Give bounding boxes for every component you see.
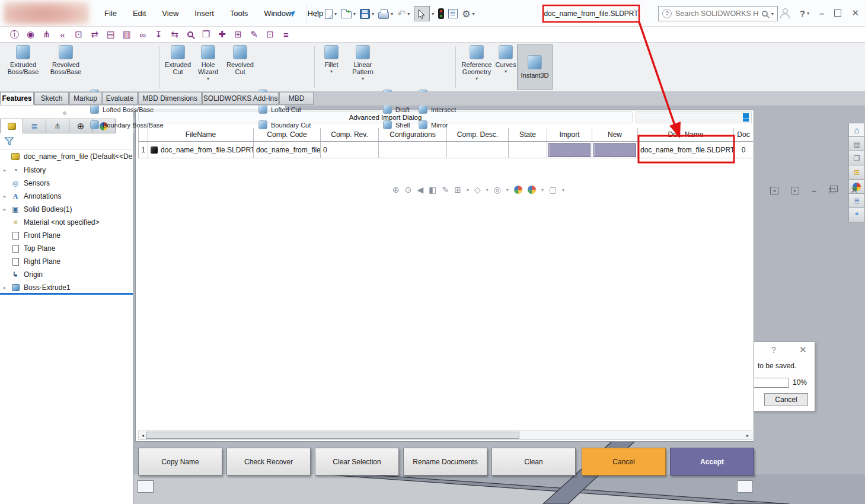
expand-arrow-icon[interactable]: ▸ xyxy=(0,206,9,212)
col-configurations[interactable]: Configurations xyxy=(379,128,447,141)
rename-documents-button[interactable]: Rename Documents xyxy=(403,448,487,476)
tree-item-front-plane[interactable]: Front Plane xyxy=(0,229,133,242)
caret-down-icon[interactable]: ▾ xyxy=(467,187,469,193)
boundary-cut-button[interactable]: Boundary Cut xyxy=(258,120,311,129)
tab-configurationmanager[interactable]: ⋔ xyxy=(46,119,69,133)
comp-rev-cell[interactable]: 0 xyxy=(321,142,379,158)
caret-down-icon[interactable]: ▾ xyxy=(473,11,475,17)
tree-item-top-plane[interactable]: Top Plane xyxy=(0,242,133,255)
extruded-cut-button[interactable]: Extruded Cut xyxy=(162,45,193,75)
previous-view-icon[interactable]: ◀ xyxy=(417,185,423,194)
comp-desc-cell[interactable] xyxy=(447,142,509,158)
notify-icon[interactable]: ◉ xyxy=(25,29,36,40)
file-properties-button[interactable] xyxy=(448,9,458,18)
tree-item-history[interactable]: ▸ ◔ History xyxy=(0,164,133,177)
caret-down-icon[interactable]: ▾ xyxy=(391,11,393,17)
cancel-button[interactable]: Cancel xyxy=(582,448,666,476)
caret-down-icon[interactable]: ▾ xyxy=(362,75,364,82)
doc-minimize-button[interactable]: – xyxy=(812,186,816,196)
table-horizontal-scrollbar[interactable]: ◂ ▸ xyxy=(138,430,752,440)
tab-dimxpertmanager[interactable]: ⊕ xyxy=(69,119,92,133)
search-input[interactable] xyxy=(675,9,758,18)
print-button[interactable]: ▾ xyxy=(378,9,393,19)
zoom-area-icon[interactable]: ⊙ xyxy=(405,185,412,194)
edit-icon[interactable]: ✎ xyxy=(249,29,259,40)
caret-down-icon[interactable]: ▾ xyxy=(334,11,337,17)
search-icon[interactable] xyxy=(762,11,768,17)
clean-button[interactable]: Clean xyxy=(491,448,576,476)
link-icon[interactable]: ∞ xyxy=(138,30,148,40)
apply-scene-icon[interactable] xyxy=(528,186,536,194)
save-all-icon[interactable]: ▤ xyxy=(106,29,116,40)
tree-item-boss-extrude1[interactable]: ▸ Boss-Extrude1 xyxy=(0,281,133,294)
edit-appearance-icon[interactable] xyxy=(514,186,522,194)
zoom-fit-icon[interactable]: ⊕ xyxy=(392,185,400,194)
help-search-box[interactable]: ? ▾ xyxy=(658,6,778,21)
table-row[interactable]: 1 doc_name_from_file.SLDPRT doc_name_fro… xyxy=(139,142,753,158)
hole-wizard-button[interactable]: Hole Wizard ▾ xyxy=(194,45,222,82)
taskpane-design-library-button[interactable]: ▤ xyxy=(848,137,865,151)
close-button[interactable]: ✕ xyxy=(851,8,859,18)
collapse-left-pane-icon[interactable]: ◂ xyxy=(770,187,778,194)
caret-down-icon[interactable]: ▾ xyxy=(486,187,489,193)
new-browse-button[interactable]: ... xyxy=(593,143,636,157)
tab-propertymanager[interactable]: ≣ xyxy=(23,119,46,133)
reference-geometry-button[interactable]: Reference Geometry ▾ xyxy=(458,45,496,82)
options-button[interactable]: ⚙▾ xyxy=(462,8,474,20)
view-settings-icon[interactable]: ▢ xyxy=(549,185,557,194)
comp-code-cell[interactable]: doc_name_from_file xyxy=(254,142,321,158)
tab-solidworks-addins[interactable]: SOLIDWORKS Add-Ins xyxy=(202,92,279,105)
tab-features[interactable]: Features xyxy=(0,92,34,105)
filename-cell[interactable]: doc_name_from_file.SLDPRT xyxy=(148,142,254,158)
lofted-boss-base-button[interactable]: Lofted Boss/Base xyxy=(90,105,154,114)
caret-down-icon[interactable]: ▾ xyxy=(506,187,509,193)
doc-close-button[interactable]: ✕ xyxy=(850,185,858,196)
list-icon[interactable]: ≡ xyxy=(281,30,291,40)
tree-rollback-bar[interactable] xyxy=(0,293,133,295)
import-browse-button[interactable]: ... xyxy=(548,143,591,157)
scrollbar-thumb[interactable] xyxy=(146,432,519,439)
intersect-button[interactable]: Intersect xyxy=(419,105,456,114)
lofted-cut-button[interactable]: Lofted Cut xyxy=(258,105,301,114)
mirror-button[interactable]: Mirror xyxy=(419,120,448,129)
boundary-boss-base-button[interactable]: Boundary Boss/Base xyxy=(90,120,164,129)
tree-item-material[interactable]: ≡ Material <not specified> xyxy=(0,216,133,229)
doc-name-cell[interactable]: doc_name_from_file.SLDPRT xyxy=(638,142,734,158)
tree-item-sensors[interactable]: ◎ Sensors xyxy=(0,177,133,190)
instant3d-button[interactable]: Instant3D xyxy=(517,44,553,90)
col-doc-name[interactable]: Doc. Name xyxy=(638,128,734,141)
login-person-icon[interactable] xyxy=(780,8,790,18)
tab-markup[interactable]: Markup xyxy=(69,92,101,105)
import-doc-icon[interactable]: ↧ xyxy=(154,29,164,40)
clear-selection-button[interactable]: Clear Selection xyxy=(315,448,399,476)
copy-icon[interactable]: ❐ xyxy=(201,29,211,40)
caret-down-icon[interactable]: ▾ xyxy=(541,187,544,193)
expand-arrow-icon[interactable]: ▸ xyxy=(0,167,9,173)
tree-item-right-plane[interactable]: Right Plane xyxy=(0,255,133,268)
col-new[interactable]: New xyxy=(592,128,638,141)
taskpane-home-button[interactable]: ⌂ xyxy=(848,123,865,137)
view-orientation-icon[interactable]: ⊞ xyxy=(454,185,461,194)
new-document-button[interactable]: ▾ xyxy=(325,9,337,19)
doc-restore-button[interactable] xyxy=(829,188,835,193)
delete-icon[interactable]: ⊡ xyxy=(265,29,275,40)
draft-button[interactable]: Draft xyxy=(383,105,410,114)
taskpane-file-explorer-button[interactable]: ❐ xyxy=(848,151,865,165)
scrollbar-thumb[interactable] xyxy=(743,113,749,122)
undo-button[interactable]: ↶▾ xyxy=(397,8,410,20)
accept-button[interactable]: Accept xyxy=(670,448,754,476)
menu-edit[interactable]: Edit xyxy=(133,9,146,18)
expand-arrow-icon[interactable]: ▸ xyxy=(0,285,9,291)
caret-down-icon[interactable]: ▾ xyxy=(407,11,410,17)
menu-tools[interactable]: Tools xyxy=(230,9,248,18)
tab-mbd[interactable]: MBD xyxy=(279,92,314,105)
open-button[interactable]: ▾ xyxy=(341,9,356,18)
progress-cancel-button[interactable]: Cancel xyxy=(764,393,808,406)
hide-show-items-icon[interactable]: ◎ xyxy=(494,185,501,194)
dialog-title-scrollbar[interactable] xyxy=(636,111,752,123)
tree-filter[interactable] xyxy=(0,133,133,150)
caret-down-icon[interactable]: ▾ xyxy=(353,11,356,17)
revolved-boss-base-button[interactable]: Revolved Boss/Base xyxy=(45,45,87,75)
linear-pattern-button[interactable]: Linear Pattern ▾ xyxy=(346,45,379,82)
menu-view[interactable]: View xyxy=(162,9,178,18)
